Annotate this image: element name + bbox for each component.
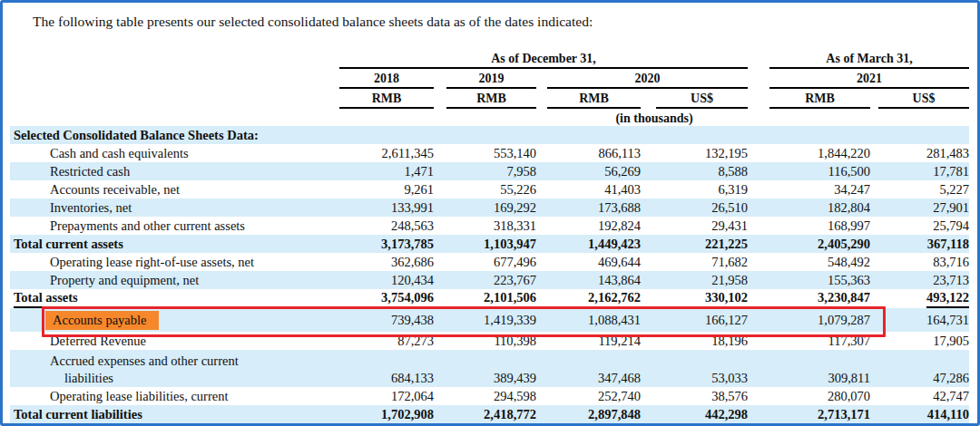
- cell-value: 252,740: [536, 387, 641, 405]
- cell-value: 53,033: [641, 350, 748, 387]
- table-row: Operating lease right-of-use assets, net…: [10, 253, 969, 271]
- cell-value: 41,403: [536, 180, 641, 198]
- cell-value: 34,247: [748, 180, 870, 198]
- header-cell: RMB: [536, 89, 641, 109]
- accounts-payable-highlight: Accounts payable: [45, 311, 159, 330]
- table-body: Selected Consolidated Balance Sheets Dat…: [10, 126, 969, 423]
- cell-value: 548,492: [748, 253, 870, 271]
- row-label: Inventories, net: [10, 198, 339, 217]
- cell-value: 684,133: [339, 350, 434, 387]
- table-row: Cash and cash equivalents2,611,345553,14…: [10, 144, 969, 162]
- header-cell: 2018: [339, 69, 434, 89]
- cell-value: 318,331: [434, 217, 536, 235]
- balance-sheet-table: As of December 31, As of March 31, 2018 …: [10, 50, 969, 423]
- row-label: Restricted cash: [10, 162, 339, 180]
- row-label: Total current liabilities: [10, 405, 339, 423]
- cell-value: [434, 126, 536, 144]
- cell-value: [339, 126, 434, 144]
- cell-value: 120,434: [339, 271, 434, 289]
- cell-value: 21,958: [641, 271, 748, 289]
- cell-value: 42,747: [870, 387, 969, 405]
- units-row: (in thousands): [10, 109, 969, 126]
- cell-value: 182,804: [748, 198, 870, 217]
- cell-value: 26,510: [641, 198, 748, 217]
- header-cell: 2021: [748, 69, 969, 89]
- cell-value: 9,261: [339, 180, 434, 198]
- cell-value: [870, 126, 969, 144]
- row-label: Deferred Revenue: [10, 332, 339, 350]
- header-cell: US$: [641, 89, 748, 109]
- cell-value: 1,449,423: [536, 235, 641, 253]
- currency-rmb-2020: RMB: [547, 91, 641, 109]
- empty-cell: [10, 50, 339, 69]
- cell-value: 414,110: [870, 405, 969, 423]
- row-label: Selected Consolidated Balance Sheets Dat…: [10, 126, 339, 144]
- table-row: Total current assets3,173,7851,103,9471,…: [10, 235, 969, 253]
- table-row: Total assets3,754,0962,101,5062,162,7623…: [10, 289, 969, 308]
- cell-value: 117,307: [748, 332, 870, 350]
- cell-value: [536, 126, 641, 144]
- cell-value: 47,286: [870, 350, 969, 387]
- cell-value: 155,363: [748, 271, 870, 289]
- empty-cell: [10, 109, 339, 126]
- row-label: Total current assets: [10, 235, 339, 253]
- cell-value: 8,588: [641, 162, 748, 180]
- col-group-march: As of March 31,: [769, 51, 969, 69]
- cell-value: 1,471: [339, 162, 434, 180]
- cell-value: 168,997: [748, 217, 870, 235]
- cell-value: 739,438: [339, 308, 434, 332]
- cell-value: 116,500: [748, 162, 870, 180]
- cell-value: 23,713: [870, 271, 969, 289]
- cell-value: 1,103,947: [434, 235, 536, 253]
- cell-value: 442,298: [641, 405, 748, 423]
- cell-value: 330,102: [641, 289, 748, 308]
- cell-value: [748, 126, 870, 144]
- empty-cell: [10, 69, 339, 89]
- table-row: Property and equipment, net120,434223,76…: [10, 271, 969, 289]
- cell-value: 866,113: [536, 144, 641, 162]
- cell-value: 55,226: [434, 180, 536, 198]
- cell-value: 192,824: [536, 217, 641, 235]
- header-cell: 2019: [434, 69, 536, 89]
- cell-value: 248,563: [339, 217, 434, 235]
- row-label: Cash and cash equivalents: [10, 144, 339, 162]
- cell-value: 281,483: [870, 144, 969, 162]
- table-row: Restricted cash1,4717,95856,2698,588116,…: [10, 162, 969, 180]
- cell-value: 2,405,290: [748, 235, 870, 253]
- cell-value: 493,122: [870, 289, 969, 308]
- currency-usd-2020: US$: [656, 91, 748, 109]
- cell-value: 469,644: [536, 253, 641, 271]
- cell-value: 2,101,506: [434, 289, 536, 308]
- header-cell: As of December 31,: [339, 50, 748, 69]
- table-row: Accrued expenses and other currentliabil…: [10, 350, 969, 387]
- header-cell: RMB: [339, 89, 434, 109]
- cell-value: 17,781: [870, 162, 969, 180]
- currency-rmb-2019: RMB: [446, 91, 536, 109]
- currency-usd-2021: US$: [878, 91, 969, 109]
- currency-rmb-2018: RMB: [339, 91, 434, 109]
- header-cell: RMB: [434, 89, 536, 109]
- cell-value: 83,716: [870, 253, 969, 271]
- cell-value: 132,195: [641, 144, 748, 162]
- col-group-december: As of December 31,: [339, 51, 748, 69]
- cell-value: 110,398: [434, 332, 536, 350]
- year-2021: 2021: [769, 71, 969, 89]
- cell-value: 362,686: [339, 253, 434, 271]
- cell-value: 1,419,339: [434, 308, 536, 332]
- currency-header-row: RMB RMB RMB US$ RMB US$: [10, 89, 969, 109]
- cell-value: 166,127: [641, 308, 748, 332]
- cell-value: 389,439: [434, 350, 536, 387]
- row-label: Accounts payable: [10, 308, 339, 332]
- cell-value: 1,702,908: [339, 405, 434, 423]
- table-row: Prepayments and other current assets248,…: [10, 217, 969, 235]
- cell-value: 17,905: [870, 332, 969, 350]
- row-label: Accrued expenses and other currentliabil…: [10, 350, 339, 387]
- cell-value: 2,713,171: [748, 405, 870, 423]
- year-header-row: 2018 2019 2020 2021: [10, 69, 969, 89]
- cell-value: 553,140: [434, 144, 536, 162]
- cell-value: 1,844,220: [748, 144, 870, 162]
- cell-value: 677,496: [434, 253, 536, 271]
- accounts-payable-row: Accounts payable739,4381,419,3391,088,43…: [10, 308, 969, 332]
- cell-value: 5,227: [870, 180, 969, 198]
- year-2020: 2020: [547, 71, 748, 89]
